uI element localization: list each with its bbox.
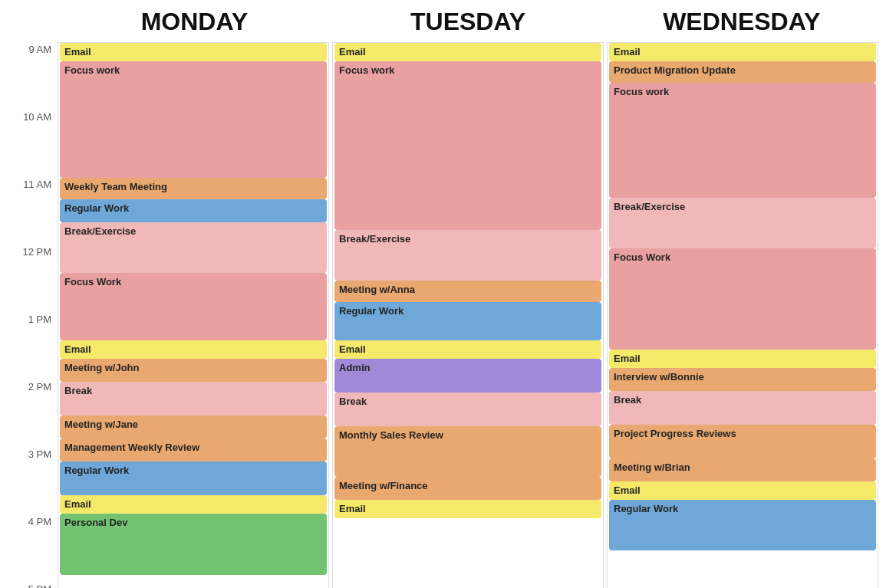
- event-block[interactable]: Break: [609, 391, 876, 425]
- event-block[interactable]: Email: [60, 495, 327, 514]
- event-block[interactable]: Email: [609, 43, 876, 61]
- event-block[interactable]: Meeting w/Jane: [60, 416, 327, 439]
- event-block[interactable]: Break/Exercise: [60, 222, 327, 273]
- event-block[interactable]: Email: [609, 481, 876, 500]
- time-label: 4 PM: [8, 514, 58, 582]
- event-block[interactable]: Focus work: [609, 83, 876, 198]
- event-block[interactable]: Management Weekly Review: [60, 439, 327, 462]
- event-block[interactable]: Personal Dev: [60, 514, 327, 575]
- event-block[interactable]: Focus work: [60, 61, 327, 178]
- event-block[interactable]: Email: [609, 350, 876, 368]
- event-block[interactable]: Email: [60, 340, 327, 359]
- day-column-tuesday: EmailFocus workBreak/ExerciseMeeting w/A…: [332, 42, 604, 588]
- day-headers: MONDAY TUESDAY WEDNESDAY: [58, 8, 878, 42]
- time-label: 9 AM: [8, 42, 58, 110]
- event-block[interactable]: Focus Work: [60, 273, 327, 340]
- event-block[interactable]: Break: [334, 393, 601, 426]
- time-label: 1 PM: [8, 312, 58, 379]
- event-block[interactable]: Admin: [334, 359, 601, 393]
- time-label: 3 PM: [8, 447, 58, 514]
- calendar-container: MONDAY TUESDAY WEDNESDAY 9 AM10 AM11 AM1…: [0, 0, 886, 588]
- time-label: 2 PM: [8, 379, 58, 447]
- day-column-monday: EmailFocus workWeekly Team MeetingRegula…: [58, 42, 329, 588]
- event-block[interactable]: Meeting w/Finance: [334, 477, 601, 500]
- event-block[interactable]: Regular Work: [334, 302, 601, 340]
- event-block[interactable]: Break/Exercise: [334, 230, 601, 281]
- day-column-wednesday: EmailProduct Migration UpdateFocus workB…: [607, 42, 878, 588]
- time-label: 12 PM: [8, 245, 58, 312]
- event-block[interactable]: Meeting w/Anna: [334, 281, 601, 302]
- event-block[interactable]: Interview w/Bonnie: [609, 368, 876, 391]
- event-block[interactable]: Focus work: [334, 61, 601, 230]
- time-label: 5 PM: [8, 582, 58, 588]
- time-column: 9 AM10 AM11 AM12 PM1 PM2 PM3 PM4 PM5 PM6…: [8, 42, 58, 588]
- event-block[interactable]: Break/Exercise: [609, 198, 876, 248]
- event-block[interactable]: Product Migration Update: [609, 61, 876, 83]
- event-block[interactable]: Regular Work: [60, 462, 327, 495]
- time-label: 10 AM: [8, 110, 58, 177]
- event-block[interactable]: Weekly Team Meeting: [60, 178, 327, 199]
- event-block[interactable]: Regular Work: [60, 199, 327, 222]
- event-block[interactable]: Email: [334, 43, 601, 61]
- event-block[interactable]: Meeting w/John: [60, 359, 327, 382]
- time-label: 11 AM: [8, 177, 58, 245]
- event-block[interactable]: Email: [60, 43, 327, 61]
- event-block[interactable]: Break: [60, 382, 327, 416]
- event-block[interactable]: Email: [334, 340, 601, 359]
- event-block[interactable]: Meeting w/Brian: [609, 458, 876, 481]
- calendar-body: 9 AM10 AM11 AM12 PM1 PM2 PM3 PM4 PM5 PM6…: [8, 42, 878, 588]
- event-block[interactable]: Monthly Sales Review: [334, 426, 601, 477]
- day-header-monday: MONDAY: [58, 8, 331, 42]
- event-block[interactable]: Regular Work: [609, 500, 876, 550]
- day-header-tuesday: TUESDAY: [331, 8, 605, 42]
- days-container: EmailFocus workWeekly Team MeetingRegula…: [58, 42, 878, 588]
- day-header-wednesday: WEDNESDAY: [604, 8, 878, 42]
- event-block[interactable]: Focus Work: [609, 248, 876, 350]
- event-block[interactable]: Email: [334, 500, 601, 518]
- event-block[interactable]: Project Progress Reviews: [609, 425, 876, 458]
